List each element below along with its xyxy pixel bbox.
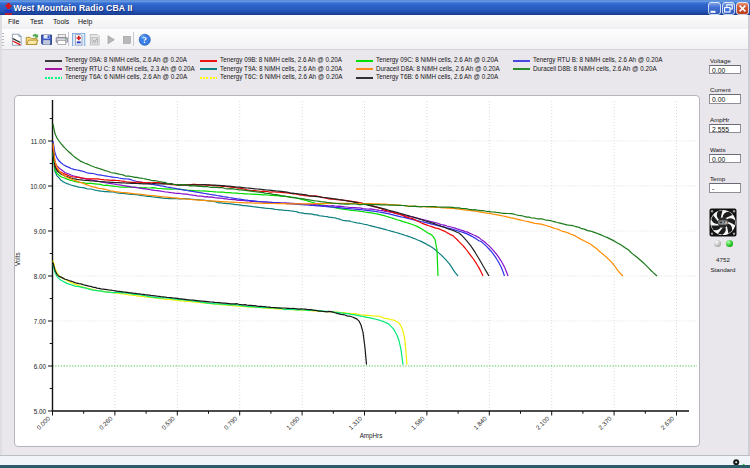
svg-text:6.00: 6.00 xyxy=(34,363,47,370)
svg-text:CBA: CBA xyxy=(719,220,728,225)
svg-text:1.310: 1.310 xyxy=(347,414,363,430)
svg-text:11.00: 11.00 xyxy=(31,138,47,145)
svg-text:2.100: 2.100 xyxy=(534,414,550,430)
svg-text:?: ? xyxy=(142,34,146,44)
svg-text:5.00: 5.00 xyxy=(34,408,47,415)
svg-text:0.790: 0.790 xyxy=(222,414,238,430)
svg-text:9.00: 9.00 xyxy=(34,228,47,235)
svg-text:10.00: 10.00 xyxy=(30,183,46,190)
svg-text:8.00: 8.00 xyxy=(34,273,47,280)
svg-text:2.630: 2.630 xyxy=(659,414,675,430)
svg-text:2.370: 2.370 xyxy=(597,414,613,430)
svg-text:1.580: 1.580 xyxy=(410,414,426,430)
svg-text:0.530: 0.530 xyxy=(160,414,176,430)
svg-text:1.050: 1.050 xyxy=(285,414,301,430)
svg-text:1.840: 1.840 xyxy=(472,414,488,430)
svg-text:Volts: Volts xyxy=(15,252,21,266)
svg-text:0.260: 0.260 xyxy=(98,414,114,430)
svg-text:0.000: 0.000 xyxy=(35,414,51,430)
svg-text:7.00: 7.00 xyxy=(34,318,47,325)
svg-text:AmpHrs: AmpHrs xyxy=(360,432,383,440)
